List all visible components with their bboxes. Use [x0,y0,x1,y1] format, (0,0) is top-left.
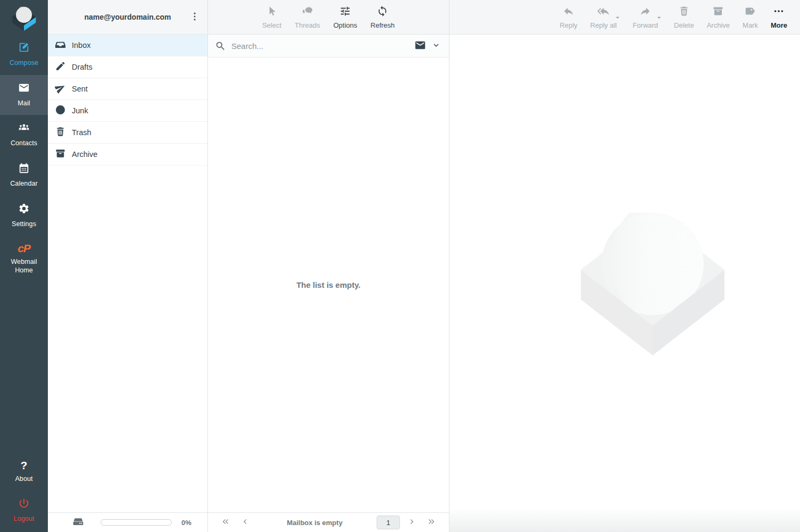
chevron-right-icon [407,517,416,528]
message-list-empty-area: The list is empty. [208,57,449,512]
message-pane: Reply Reply all [449,0,800,532]
trash-icon [55,126,66,139]
sidebar: Compose Mail Contacts Calendar Settings [0,0,48,532]
message-toolbar: Reply Reply all [449,0,800,35]
cursor-icon [266,5,278,19]
mailbox-status: Mailbox is empty [257,519,372,527]
envelope-icon [414,39,426,53]
pencil-icon [55,61,66,73]
chat-bubbles-icon [302,5,313,19]
sidebar-item-contacts[interactable]: Contacts [0,115,48,155]
trash-icon [678,5,690,19]
power-icon [18,497,30,511]
reply-all-dropdown[interactable] [613,13,622,23]
mark-button[interactable]: Mark [740,4,760,30]
page-number-input[interactable]: 1 [377,516,400,529]
folder-label: Junk [72,106,88,115]
first-page-button[interactable] [218,517,233,528]
sidebar-item-mail[interactable]: Mail [0,75,48,115]
button-label: Delete [674,21,694,29]
folder-label: Drafts [72,63,93,71]
folder-label: Archive [72,150,97,159]
forward-dropdown[interactable] [655,13,663,23]
cpanel-icon: cP [18,243,30,254]
reply-arrow-icon [563,5,574,19]
archive-box-icon [712,5,724,19]
empty-list-message: The list is empty. [296,280,361,289]
quota-bar: 0% [48,512,207,532]
folder-item-archive[interactable]: Archive [48,144,207,165]
delete-button[interactable]: Delete [672,4,696,30]
refresh-button[interactable]: Refresh [369,4,397,30]
folder-item-junk[interactable]: Junk [48,100,207,122]
search-scope-button[interactable] [414,39,426,53]
contacts-icon [18,122,30,136]
sidebar-item-settings[interactable]: Settings [0,196,48,236]
previous-page-button[interactable] [237,517,253,528]
refresh-icon [377,5,388,19]
chevron-left-icon [240,517,249,528]
sidebar-item-label: Compose [10,59,38,68]
message-list-pane: Select Threads Options Refresh [208,0,449,532]
chevron-down-icon [431,40,441,52]
roundcube-watermark-logo [580,212,725,355]
search-bar [208,35,449,57]
sidebar-item-label: Calendar [10,180,38,188]
folder-item-inbox[interactable]: Inbox [48,35,207,56]
more-button[interactable]: More [769,4,789,30]
caret-down-icon [613,15,622,23]
select-button[interactable]: Select [260,4,284,30]
folder-item-sent[interactable]: Sent [48,78,207,100]
help-icon: ? [21,460,28,471]
archive-button[interactable]: Archive [705,4,732,30]
folder-item-drafts[interactable]: Drafts [48,56,207,78]
forward-group: Forward [630,4,663,30]
sidebar-item-webmail-home[interactable]: cP Webmail Home [0,236,48,282]
reply-all-group: Reply all [588,4,622,30]
button-label: Threads [295,21,320,29]
search-icon [215,40,226,52]
quota-percent: 0% [181,519,191,527]
sidebar-item-calendar[interactable]: Calendar [0,155,48,196]
reply-all-arrow-icon [597,5,609,19]
reply-button[interactable]: Reply [557,4,579,30]
folder-label: Inbox [72,41,90,49]
folder-item-trash[interactable]: Trash [48,122,207,144]
gear-icon [18,203,30,217]
threads-button[interactable]: Threads [293,4,322,30]
sidebar-item-label: Settings [12,220,36,229]
sidebar-item-about[interactable]: ? About [0,453,48,491]
mail-icon [18,82,30,96]
message-content-area [449,35,800,532]
sidebar-item-label: Contacts [11,139,37,148]
button-label: More [771,21,787,29]
search-options-dropdown[interactable] [431,40,441,52]
paper-plane-icon [55,82,66,95]
sidebar-item-compose[interactable]: Compose [0,35,48,75]
quota-progress-bar [101,519,172,526]
button-label: Reply [560,21,577,29]
folder-pane: name@yourdomain.com Inbox Drafts [48,0,208,532]
archive-box-icon [55,148,66,161]
sidebar-item-label: Logout [14,515,35,523]
compose-icon [18,41,30,55]
button-label: Forward [632,21,658,29]
account-header: name@yourdomain.com [48,0,207,35]
button-label: Options [334,21,357,29]
flame-icon [55,104,66,117]
sidebar-item-label: Webmail Home [5,258,43,275]
next-page-button[interactable] [404,517,420,528]
storage-disk-icon [72,515,85,530]
sliders-icon [339,5,351,19]
search-input[interactable] [231,41,409,51]
folder-actions-menu-button[interactable] [187,10,202,24]
folder-label: Sent [72,85,88,93]
inbox-icon [55,39,66,52]
roundcube-logo[interactable] [0,0,48,35]
last-page-button[interactable] [424,517,439,528]
options-button[interactable]: Options [331,4,360,30]
list-toolbar: Select Threads Options Refresh [208,0,449,35]
sidebar-item-logout[interactable]: Logout [0,491,48,532]
sidebar-item-label: About [15,475,32,484]
sidebar-spacer [0,282,48,452]
